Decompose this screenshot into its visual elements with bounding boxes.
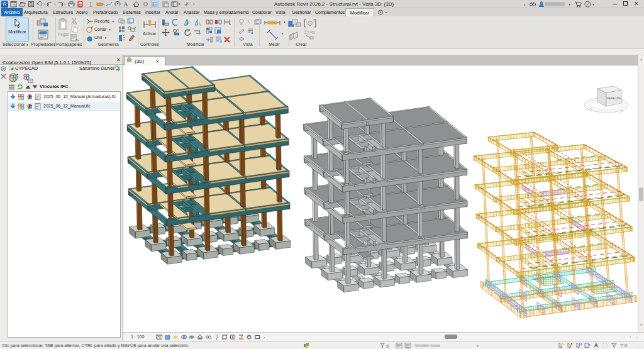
svg-text:R: R bbox=[3, 1, 7, 7]
svg-text::0: :0 bbox=[386, 344, 389, 348]
svg-text:?: ? bbox=[587, 2, 589, 6]
svg-text:A: A bbox=[124, 1, 128, 8]
svg-text:DERECHA: DERECHA bbox=[607, 97, 621, 100]
